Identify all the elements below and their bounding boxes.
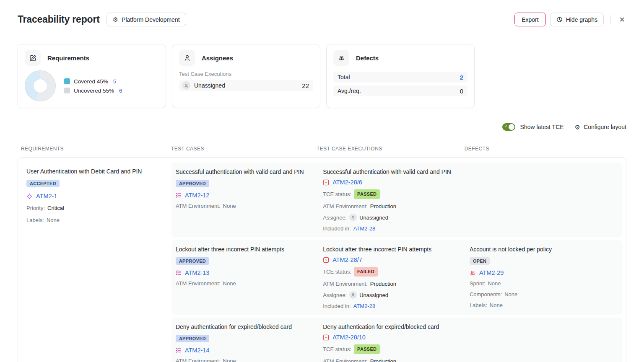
table-row: Lockout after three incorrect PIN attemp… bbox=[171, 240, 623, 315]
show-latest-tce-toggle[interactable]: ✓ bbox=[502, 123, 515, 131]
defect-cell-empty bbox=[462, 167, 623, 232]
tce-key-link[interactable]: ATM2-28/7 bbox=[332, 256, 362, 263]
covered-swatch bbox=[64, 78, 70, 84]
test-case-env: ATM Environment: None bbox=[176, 357, 309, 362]
status-badge: APPROVED bbox=[176, 257, 209, 265]
subrows: Successful authentication with valid car… bbox=[171, 163, 623, 362]
test-case-key-link[interactable]: ATM2-12 bbox=[185, 192, 210, 199]
bolt-icon bbox=[323, 179, 329, 186]
tce-env-line: ATM Environment: Production bbox=[323, 358, 456, 362]
defect-labels: Labels: None bbox=[470, 302, 617, 309]
defects-card: Defects Total 2 Avg./req. 0 bbox=[326, 44, 475, 108]
legend-uncovered: Uncovered 55% 6 bbox=[64, 88, 122, 94]
tce-cell: Successful authentication with valid car… bbox=[315, 167, 462, 232]
hide-graphs-button[interactable]: Hide graphs bbox=[550, 13, 604, 26]
uncovered-count-link[interactable]: 6 bbox=[119, 88, 122, 94]
labels-value: None bbox=[490, 302, 503, 309]
assignees-card: Assignees Test Case Executions Unassigne… bbox=[172, 44, 320, 108]
tce-title: Successful authentication with valid car… bbox=[323, 168, 456, 176]
unassigned-row[interactable]: Unassigned 22 bbox=[179, 80, 313, 91]
status-badge: ACCEPTED bbox=[26, 180, 60, 187]
topbar-actions: Export Hide graphs × bbox=[514, 13, 626, 26]
defects-card-header: Defects bbox=[333, 50, 467, 66]
atm-env-value: Production bbox=[370, 358, 396, 362]
defect-cell: Account is not locked per policy OPEN AT… bbox=[462, 245, 623, 310]
assignee-value: Unassigned bbox=[359, 214, 388, 221]
coverage-donut-chart bbox=[25, 70, 56, 101]
atm-env-value: None bbox=[223, 202, 236, 209]
table-controls: ✓ Show latest TCE ⚙ Configure layout bbox=[18, 123, 626, 131]
test-case-key-row: ATM2-12 bbox=[176, 192, 309, 199]
bolt-icon bbox=[323, 334, 329, 341]
atm-env-label: ATM Environment: bbox=[323, 203, 368, 210]
included-in-link[interactable]: ATM2-28 bbox=[353, 225, 376, 232]
included-in-link[interactable]: ATM2-28 bbox=[353, 303, 376, 310]
assignees-card-header: Assignees bbox=[179, 50, 313, 66]
included-in-label: Included in: bbox=[323, 225, 351, 232]
tce-included-line: Included in: ATM2-28 bbox=[323, 225, 456, 232]
requirement-labels: Labels: None bbox=[26, 217, 163, 224]
atm-env-value: None bbox=[223, 280, 236, 287]
project-selector-button[interactable]: ⚙ Platform Development bbox=[106, 13, 186, 26]
assignee-label: Assignee: bbox=[323, 292, 347, 299]
atm-env-label: ATM Environment: bbox=[323, 280, 368, 287]
avatar bbox=[349, 214, 357, 221]
close-icon[interactable]: × bbox=[618, 13, 626, 26]
column-header-requirements: REQUIREMENTS bbox=[18, 146, 171, 152]
uncovered-swatch bbox=[64, 88, 70, 93]
tce-key-link[interactable]: ATM2-28/10 bbox=[332, 334, 366, 341]
defects-total-row: Total 2 bbox=[333, 72, 467, 83]
bug-icon bbox=[470, 270, 476, 276]
test-case-key-link[interactable]: ATM2-14 bbox=[185, 347, 210, 354]
included-in-label: Included in: bbox=[323, 303, 351, 310]
covered-count-link[interactable]: 5 bbox=[113, 78, 117, 85]
avatar bbox=[349, 291, 357, 299]
defects-avg-value: 0 bbox=[460, 88, 463, 95]
defects-avg-label: Avg./req. bbox=[338, 88, 361, 94]
check-icon: ✓ bbox=[504, 124, 508, 129]
checklist-icon bbox=[176, 347, 182, 353]
requirements-card-header: Requirements bbox=[25, 50, 159, 66]
vertical-divider bbox=[610, 15, 611, 24]
components-value: None bbox=[504, 291, 517, 298]
defect-sprint: Sprint: None bbox=[470, 280, 617, 287]
configure-layout-button[interactable]: ⚙ Configure layout bbox=[575, 124, 626, 130]
pie-chart-icon bbox=[556, 16, 563, 23]
components-label: Components: bbox=[470, 291, 502, 298]
tce-assignee-line: Assignee: Unassigned bbox=[323, 291, 456, 299]
defect-cell-empty bbox=[462, 322, 623, 362]
assignees-subtitle: Test Case Executions bbox=[179, 71, 313, 77]
defect-key-link[interactable]: ATM2-29 bbox=[479, 269, 504, 276]
assignee-label: Assignee: bbox=[323, 214, 347, 221]
atm-env-label: ATM Environment: bbox=[323, 358, 368, 362]
atm-env-label: ATM Environment: bbox=[176, 202, 221, 209]
requirements-card-body: Covered 45% 5 Uncovered 55% 6 bbox=[25, 70, 159, 101]
requirement-title: User Authentication with Debit Card and … bbox=[26, 168, 163, 176]
checklist-icon bbox=[176, 270, 182, 276]
priority-label: Priority: bbox=[26, 204, 45, 212]
tce-assignee-line: Assignee: Unassigned bbox=[323, 214, 456, 221]
tce-status-line: TCE status: PASSED bbox=[323, 189, 456, 199]
tce-env-line: ATM Environment: Production bbox=[323, 203, 456, 210]
test-case-key-link[interactable]: ATM2-13 bbox=[185, 269, 210, 276]
test-case-title: Successful authentication with valid car… bbox=[176, 168, 309, 176]
requirements-card: Requirements Covered 45% 5 Uncovered 55%… bbox=[18, 44, 166, 108]
tce-status-label: TCE status: bbox=[323, 268, 351, 275]
traceability-table: User Authentication with Debit Card and … bbox=[18, 157, 626, 362]
toggle-knob bbox=[509, 124, 514, 130]
requirement-row-group: User Authentication with Debit Card and … bbox=[18, 163, 623, 362]
priority-value: Critical bbox=[47, 204, 64, 212]
legend-covered: Covered 45% 5 bbox=[64, 78, 122, 85]
atm-env-value: Production bbox=[370, 280, 396, 287]
bug-icon bbox=[333, 50, 349, 66]
hide-graphs-label: Hide graphs bbox=[566, 16, 598, 23]
tce-key-link[interactable]: ATM2-28/6 bbox=[332, 179, 362, 186]
tce-status-label: TCE status: bbox=[323, 191, 351, 198]
summary-cards: Requirements Covered 45% 5 Uncovered 55%… bbox=[18, 44, 626, 108]
defects-total-value[interactable]: 2 bbox=[460, 74, 463, 81]
tce-key-row: ATM2-28/7 bbox=[323, 256, 456, 263]
defect-components: Components: None bbox=[470, 291, 617, 298]
labels-label: Labels: bbox=[470, 302, 487, 309]
export-button[interactable]: Export bbox=[514, 13, 545, 26]
requirement-key-link[interactable]: ATM2-1 bbox=[36, 193, 57, 199]
